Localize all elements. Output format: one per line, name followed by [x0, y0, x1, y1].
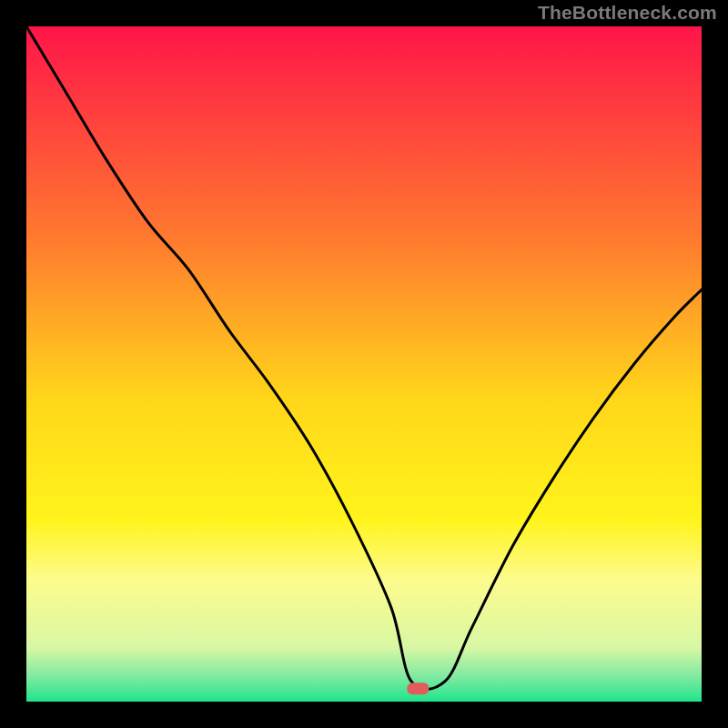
watermark-text: TheBottleneck.com — [538, 2, 717, 24]
chart-svg — [26, 26, 702, 702]
chart-frame: TheBottleneck.com — [0, 0, 728, 728]
minimum-marker — [407, 682, 429, 694]
plot-area — [26, 26, 702, 702]
chart-background — [26, 26, 702, 702]
